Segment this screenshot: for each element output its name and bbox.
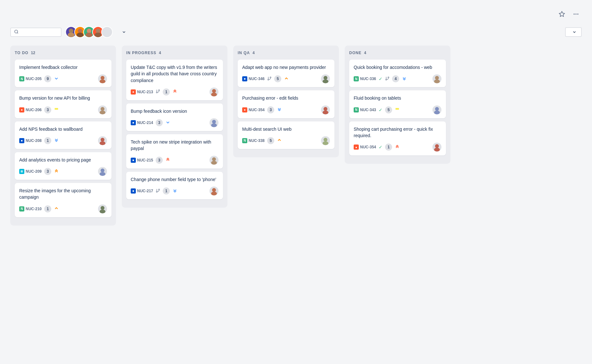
task-card[interactable]: Bump feedback icon version ■ NUC-214 3	[126, 103, 223, 131]
task-card[interactable]: Adapt web app no new payments provider ■…	[238, 60, 334, 87]
task-card[interactable]: Tech spike on new stripe integration wit…	[126, 134, 223, 169]
column-header-todo: TO DO 12	[15, 51, 111, 55]
svg-point-20	[101, 138, 104, 142]
badge: 3	[44, 106, 51, 113]
svg-point-39	[211, 192, 217, 195]
badge: 5	[274, 75, 281, 82]
avatar	[210, 156, 218, 165]
task-card[interactable]: Implement feedback collector N NUC-205 9	[15, 60, 111, 87]
toolbar	[10, 26, 582, 38]
svg-line-5	[17, 32, 18, 33]
column-count: 4	[159, 51, 161, 55]
column-title: TO DO	[15, 51, 29, 55]
board: TO DO 12 Implement feedback collector N …	[10, 46, 582, 226]
priority-icon	[277, 137, 282, 144]
priority-icon	[54, 137, 59, 144]
badge: 1	[44, 205, 51, 212]
issue-id: NUC-209	[26, 169, 42, 174]
issue-tag: N NUC-343	[354, 107, 376, 112]
badge: 9	[44, 75, 51, 82]
badge: 1	[163, 187, 170, 194]
choices-button[interactable]	[565, 27, 582, 37]
badge: 3	[156, 157, 163, 164]
badge: 3	[156, 119, 163, 126]
issue-id: NUC-210	[26, 207, 42, 211]
svg-point-19	[100, 111, 105, 114]
svg-point-47	[324, 138, 327, 142]
search-input[interactable]	[21, 29, 58, 35]
issue-tag: N NUC-210	[19, 206, 42, 211]
card-footer: ■ NUC-215 3	[131, 156, 218, 165]
svg-point-29	[212, 89, 216, 93]
task-card[interactable]: Purchasing error - edit fields ● NUC-354…	[238, 90, 334, 118]
branch-icon	[385, 76, 390, 82]
issue-tag: ■ NUC-215	[131, 158, 153, 163]
task-card[interactable]: Change phone number field type to 'phone…	[126, 172, 223, 199]
page-header	[10, 10, 582, 19]
avatar	[321, 136, 330, 145]
card-footer: N NUC-205 9	[19, 74, 107, 83]
avatar	[432, 143, 441, 152]
card-footer: ■ NUC-214 3	[131, 118, 218, 127]
issue-id: NUC-343	[360, 108, 376, 112]
card-title: Update T&C copy with v1.9 from the write…	[131, 64, 218, 84]
card-footer: N NUC-336 ✓ 4	[354, 74, 441, 83]
task-card[interactable]: Add NPS feedback to wallboard ■ NUC-208 …	[15, 121, 111, 149]
issue-id: NUC-354	[249, 108, 265, 112]
more-options-button[interactable]	[570, 10, 582, 19]
avatar-group[interactable]	[65, 26, 113, 38]
issue-id: NUC-213	[137, 90, 153, 94]
card-footer: N NUC-338 5	[242, 136, 330, 145]
card-footer: N NUC-343 ✓ 5	[354, 105, 441, 114]
avatar	[98, 74, 107, 83]
card-title: Adapt web app no new payments provider	[242, 64, 330, 70]
card-footer: ⊞ NUC-209 3	[19, 167, 107, 176]
issue-id: NUC-215	[137, 158, 153, 162]
badge: 3	[44, 168, 51, 175]
branch-icon	[156, 89, 160, 95]
epic-filter-button[interactable]	[117, 28, 129, 36]
issue-id: NUC-208	[26, 138, 42, 143]
issue-tag: ■ NUC-208	[19, 138, 42, 143]
task-card[interactable]: Fluid booking on tablets N NUC-343 ✓ 5	[349, 90, 446, 118]
card-footer: ● NUC-206 3	[19, 105, 107, 114]
priority-icon	[172, 89, 177, 95]
svg-point-56	[435, 107, 439, 111]
avatar	[210, 118, 218, 127]
card-title: Add analytics events to pricing page	[19, 157, 107, 163]
avatar	[432, 105, 441, 114]
svg-point-50	[388, 77, 389, 78]
task-card[interactable]: Bump version for new API for billing ● N…	[15, 90, 111, 118]
column-count: 4	[364, 51, 366, 55]
svg-point-48	[323, 141, 328, 145]
search-box[interactable]	[10, 28, 62, 37]
task-card[interactable]: Add analytics events to pricing page ⊞ N…	[15, 152, 111, 180]
priority-icon	[395, 107, 400, 113]
avatar	[98, 105, 107, 114]
priority-icon	[395, 144, 400, 150]
task-card[interactable]: Resize the images for the upcoming campa…	[15, 183, 111, 217]
task-card[interactable]: Multi-dest search UI web N NUC-338 5	[238, 121, 334, 149]
star-button[interactable]	[556, 10, 568, 19]
svg-point-25	[100, 210, 105, 213]
svg-point-34	[211, 161, 217, 165]
priority-icon	[284, 76, 289, 82]
svg-point-32	[211, 123, 217, 127]
svg-point-43	[324, 76, 327, 80]
badge: 1	[163, 88, 170, 95]
task-card[interactable]: Shoping cart purchasing error - quick fi…	[349, 121, 446, 156]
svg-point-15	[100, 79, 105, 83]
svg-point-51	[386, 79, 387, 80]
task-card[interactable]: Update T&C copy with v1.9 from the write…	[126, 60, 223, 100]
task-card[interactable]: Quick booking for accomodations - web N …	[349, 60, 446, 87]
issue-tag: ■ NUC-214	[131, 120, 153, 125]
badge: 1	[44, 137, 51, 144]
column-count: 12	[31, 51, 35, 55]
card-title: Tech spike on new stripe integration wit…	[131, 139, 218, 152]
avatar-count[interactable]	[101, 26, 113, 38]
avatar	[321, 105, 330, 114]
svg-point-58	[435, 144, 439, 148]
issue-tag: ● NUC-354	[354, 145, 376, 150]
card-title: Bump version for new API for billing	[19, 95, 107, 101]
avatar	[210, 186, 218, 195]
